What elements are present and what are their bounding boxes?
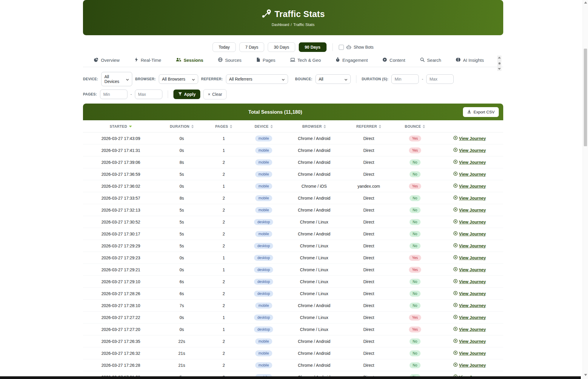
tab-pages[interactable]: Pages xyxy=(256,57,275,63)
view-journey-link[interactable]: View Journey xyxy=(453,172,486,177)
device-badge: desktop xyxy=(254,291,273,297)
session-browser: Chrome / Android xyxy=(285,168,344,180)
scroll-up-icon[interactable] xyxy=(584,1,587,4)
view-journey-link[interactable]: View Journey xyxy=(453,303,486,308)
duration-min-input[interactable] xyxy=(391,74,419,84)
session-pages: 2 xyxy=(205,156,243,168)
device-badge: mobile xyxy=(255,171,272,177)
tab-search[interactable]: Search xyxy=(420,57,441,63)
clear-button[interactable]: × Clear xyxy=(203,89,227,99)
range-separator: - xyxy=(422,77,423,81)
range-button-30days[interactable]: 30 Days xyxy=(268,42,295,52)
browser-select[interactable]: All Browsers xyxy=(159,74,198,84)
bounce-filter-label: BOUNCE: xyxy=(295,77,313,81)
tabs-scrollbar[interactable] xyxy=(497,56,501,71)
tab-sources[interactable]: Sources xyxy=(218,57,241,63)
view-journey-link[interactable]: View Journey xyxy=(453,363,486,368)
bounce-badge: Yes xyxy=(409,147,421,153)
show-bots-checkbox[interactable] xyxy=(339,45,344,50)
tab-tech-geo[interactable]: Tech & Geo xyxy=(290,57,321,63)
column-header-device[interactable]: Device xyxy=(243,120,285,133)
view-journey-link[interactable]: View Journey xyxy=(453,219,486,224)
vertical-scrollbar[interactable] xyxy=(583,0,588,379)
view-journey-link[interactable]: View Journey xyxy=(453,315,486,320)
bounce-badge: No xyxy=(410,195,421,201)
breadcrumb-root[interactable]: Dashboard xyxy=(272,23,289,27)
tab-overview[interactable]: Overview xyxy=(94,57,120,63)
view-journey-label: View Journey xyxy=(459,184,486,189)
view-journey-label: View Journey xyxy=(459,315,486,320)
view-journey-link[interactable]: View Journey xyxy=(453,207,486,212)
column-header-bounce[interactable]: Bounce xyxy=(394,120,436,133)
column-header-referrer[interactable]: Referrer xyxy=(344,120,394,133)
bounce-select[interactable]: All xyxy=(315,74,351,84)
duration-max-input[interactable] xyxy=(426,74,454,84)
view-journey-link[interactable]: View Journey xyxy=(453,267,486,272)
view-journey-link[interactable]: View Journey xyxy=(453,255,486,260)
device-badge: desktop xyxy=(254,315,273,321)
range-button-7days[interactable]: 7 Days xyxy=(239,42,264,52)
device-badge: mobile xyxy=(255,159,272,165)
range-button-90days[interactable]: 90 Days xyxy=(299,42,327,52)
tab-engagement[interactable]: Engagement xyxy=(335,57,368,63)
table-row: 2026-03-27 17:29:21 0s 1 desktop Chrome … xyxy=(83,264,503,276)
range-button-today[interactable]: Today xyxy=(213,42,235,52)
breadcrumb-separator: / xyxy=(291,23,292,27)
view-journey-link[interactable]: View Journey xyxy=(453,351,486,356)
view-journey-link[interactable]: View Journey xyxy=(453,148,486,153)
tab-sessions[interactable]: Sessions xyxy=(176,57,203,63)
session-browser: Chrome / Android xyxy=(285,300,344,312)
export-csv-button[interactable]: Export CSV xyxy=(463,107,499,117)
view-journey-link[interactable]: View Journey xyxy=(453,231,486,236)
session-duration: 7s xyxy=(158,300,205,312)
tab-content[interactable]: Content xyxy=(382,57,405,63)
view-journey-link[interactable]: View Journey xyxy=(453,243,486,248)
bolt-icon xyxy=(134,57,138,63)
column-header-duration[interactable]: Duration xyxy=(158,120,205,133)
pages-min-input[interactable] xyxy=(100,90,127,99)
session-referrer: Direct xyxy=(344,335,394,347)
scroll-thumb[interactable] xyxy=(498,62,501,64)
tab-real-time[interactable]: Real-Time xyxy=(134,57,161,63)
session-referrer: Direct xyxy=(344,300,394,312)
date-range-row: Today 7 Days 30 Days 90 Days Show Bots xyxy=(83,42,503,52)
session-referrer: Direct xyxy=(344,216,394,228)
view-journey-label: View Journey xyxy=(459,244,486,248)
session-browser: Chrome / iOS xyxy=(285,180,344,192)
session-pages: 2 xyxy=(205,300,243,312)
scrollbar-thumb[interactable] xyxy=(584,49,587,146)
session-referrer: Direct xyxy=(344,204,394,216)
session-browser: Chrome / Android xyxy=(285,228,344,240)
session-duration: 0s xyxy=(158,252,205,264)
referrer-select[interactable]: All Referrers xyxy=(226,74,288,84)
view-journey-link[interactable]: View Journey xyxy=(453,184,486,189)
device-select[interactable]: All Devices xyxy=(101,72,132,86)
view-journey-link[interactable]: View Journey xyxy=(453,160,486,165)
pages-max-input[interactable] xyxy=(135,90,162,99)
session-browser: Chrome / Android xyxy=(285,192,344,204)
bounce-badge: Yes xyxy=(409,183,421,189)
tab-ai-insights[interactable]: AI Insights xyxy=(456,57,484,63)
apply-button[interactable]: Apply xyxy=(173,90,201,99)
sort-icon xyxy=(191,125,194,128)
column-header-pages[interactable]: Pages xyxy=(205,120,243,133)
bounce-badge: No xyxy=(410,291,421,297)
view-journey-link[interactable]: View Journey xyxy=(453,195,486,201)
view-journey-link[interactable]: View Journey xyxy=(453,291,486,296)
scroll-down-icon[interactable] xyxy=(584,374,587,376)
scroll-down-icon[interactable] xyxy=(498,68,501,70)
view-journey-link[interactable]: View Journey xyxy=(453,339,486,344)
view-journey-link[interactable]: View Journey xyxy=(453,327,486,332)
view-journey-link[interactable]: View Journey xyxy=(453,136,486,141)
horizontal-scrollbar[interactable] xyxy=(0,376,581,379)
column-header-started[interactable]: Started xyxy=(83,120,158,133)
session-referrer: Direct xyxy=(344,347,394,359)
eye-icon xyxy=(453,267,458,272)
bounce-badge: No xyxy=(410,171,421,177)
session-duration: 5s xyxy=(158,204,205,216)
route-icon xyxy=(261,8,272,20)
eye-icon xyxy=(453,148,458,153)
view-journey-link[interactable]: View Journey xyxy=(453,279,486,284)
scroll-up-icon[interactable] xyxy=(498,57,501,58)
column-header-browser[interactable]: Browser xyxy=(285,120,344,133)
